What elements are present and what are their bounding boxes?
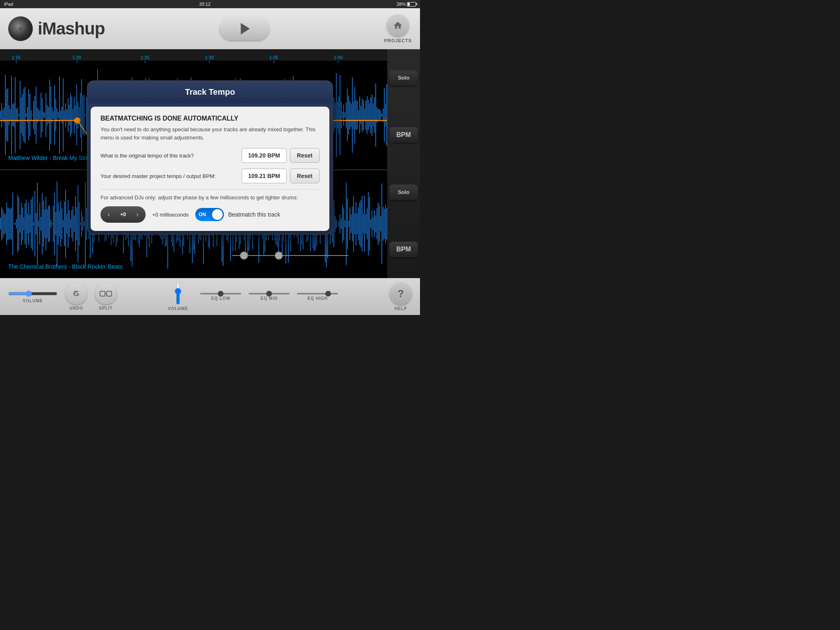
beatmatch-label: Beatmatch this track xyxy=(228,211,280,218)
modal-bottom-row: ‹ +0 › +0 milliseconds ON Beatmatch this… xyxy=(100,206,320,223)
master-tempo-reset[interactable]: Reset xyxy=(290,169,320,183)
phase-value: +0 xyxy=(117,212,129,217)
phase-increase-button[interactable]: › xyxy=(132,209,143,220)
master-tempo-row: Your desired master project tempo / outp… xyxy=(100,169,320,183)
modal-title: Track Tempo xyxy=(185,87,235,96)
modal-header: Track Tempo xyxy=(87,81,333,103)
master-tempo-label: Your desired master project tempo / outp… xyxy=(100,173,242,179)
modal-overlay: Track Tempo BEATMATCHING IS DONE AUTOMAT… xyxy=(0,0,420,315)
original-tempo-input[interactable] xyxy=(242,148,287,163)
master-tempo-input[interactable] xyxy=(242,169,287,183)
modal-divider xyxy=(100,189,320,189)
original-tempo-reset[interactable]: Reset xyxy=(290,148,320,163)
toggle-on-label: ON xyxy=(199,212,206,217)
modal-body: BEATMATCHING IS DONE AUTOMATICALLY You d… xyxy=(91,107,329,231)
toggle-thumb xyxy=(212,209,223,220)
original-tempo-row: What is the original tempo of this track… xyxy=(100,148,320,163)
track-tempo-modal: Track Tempo BEATMATCHING IS DONE AUTOMAT… xyxy=(87,80,333,235)
beatmatch-toggle-group: ON Beatmatch this track xyxy=(195,208,280,221)
original-tempo-controls: Reset xyxy=(242,148,320,163)
modal-description: You don't need to do anything special be… xyxy=(100,126,320,142)
modal-section-title: BEATMATCHING IS DONE AUTOMATICALLY xyxy=(100,115,320,122)
phase-stepper: ‹ +0 › xyxy=(100,206,146,223)
ms-label: +0 milliseconds xyxy=(152,212,189,218)
advanced-label: For advanced DJs only: adjust the phase … xyxy=(100,194,320,201)
phase-decrease-button[interactable]: ‹ xyxy=(103,209,114,220)
original-tempo-label: What is the original tempo of this track… xyxy=(100,153,242,159)
beatmatch-toggle[interactable]: ON xyxy=(195,208,224,221)
master-tempo-controls: Reset xyxy=(242,169,320,183)
